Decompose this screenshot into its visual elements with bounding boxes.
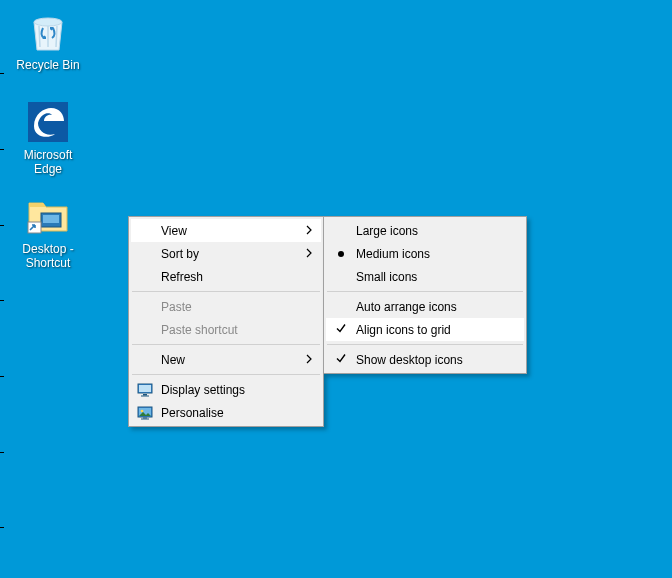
svg-point-0: [34, 18, 62, 26]
svg-point-11: [141, 409, 144, 412]
menu-item-label: Small icons: [356, 270, 417, 284]
ruler-artifact: [0, 0, 4, 578]
menu-item-label: Display settings: [161, 383, 245, 397]
menu-item-label: Paste shortcut: [161, 323, 238, 337]
edge-icon: [24, 98, 72, 146]
menu-item-personalise[interactable]: Personalise: [131, 401, 321, 424]
menu-item-label: New: [161, 353, 185, 367]
menu-item-paste: Paste: [131, 295, 321, 318]
chevron-right-icon: [305, 353, 313, 367]
chevron-right-icon: [305, 224, 313, 238]
menu-separator: [132, 291, 320, 292]
menu-separator: [132, 344, 320, 345]
check-icon: [335, 322, 347, 337]
view-submenu: Large icons Medium icons Small icons Aut…: [323, 216, 527, 374]
menu-item-auto-arrange[interactable]: Auto arrange icons: [326, 295, 524, 318]
desktop-icon-label: Desktop - Shortcut: [10, 242, 86, 270]
desktop-icon-recycle-bin[interactable]: Recycle Bin: [10, 8, 86, 72]
svg-rect-6: [139, 385, 151, 392]
menu-item-label: Align icons to grid: [356, 323, 451, 337]
menu-item-label: Sort by: [161, 247, 199, 261]
menu-item-label: Show desktop icons: [356, 353, 463, 367]
display-settings-icon: [136, 381, 154, 399]
svg-rect-12: [143, 417, 147, 418]
menu-item-display-settings[interactable]: Display settings: [131, 378, 321, 401]
desktop-icon-edge[interactable]: Microsoft Edge: [10, 98, 86, 176]
svg-rect-3: [43, 215, 59, 223]
recycle-bin-icon: [24, 8, 72, 56]
svg-rect-7: [143, 394, 147, 396]
menu-item-align-to-grid[interactable]: Align icons to grid: [326, 318, 524, 341]
chevron-right-icon: [305, 247, 313, 261]
menu-item-small-icons[interactable]: Small icons: [326, 265, 524, 288]
menu-separator: [132, 374, 320, 375]
menu-item-label: Personalise: [161, 406, 224, 420]
desktop-icon-label: Microsoft Edge: [10, 148, 86, 176]
menu-item-large-icons[interactable]: Large icons: [326, 219, 524, 242]
menu-item-paste-shortcut: Paste shortcut: [131, 318, 321, 341]
svg-rect-8: [141, 395, 149, 396]
menu-item-label: Large icons: [356, 224, 418, 238]
menu-item-new[interactable]: New: [131, 348, 321, 371]
desktop-context-menu: View Sort by Refresh Paste Paste shortcu…: [128, 216, 324, 427]
menu-item-refresh[interactable]: Refresh: [131, 265, 321, 288]
menu-separator: [327, 291, 523, 292]
menu-item-label: Auto arrange icons: [356, 300, 457, 314]
folder-shortcut-icon: [24, 192, 72, 240]
desktop-icon-label: Recycle Bin: [16, 58, 79, 72]
menu-item-view[interactable]: View: [131, 219, 321, 242]
menu-item-medium-icons[interactable]: Medium icons: [326, 242, 524, 265]
menu-item-sort-by[interactable]: Sort by: [131, 242, 321, 265]
menu-item-label: Refresh: [161, 270, 203, 284]
menu-item-label: Medium icons: [356, 247, 430, 261]
personalise-icon: [136, 404, 154, 422]
radio-selected-icon: [338, 251, 344, 257]
menu-separator: [327, 344, 523, 345]
desktop-icon-desktop-shortcut[interactable]: Desktop - Shortcut: [10, 192, 86, 270]
check-icon: [335, 352, 347, 367]
menu-item-show-desktop-icons[interactable]: Show desktop icons: [326, 348, 524, 371]
menu-item-label: View: [161, 224, 187, 238]
svg-rect-13: [141, 418, 149, 419]
menu-item-label: Paste: [161, 300, 192, 314]
